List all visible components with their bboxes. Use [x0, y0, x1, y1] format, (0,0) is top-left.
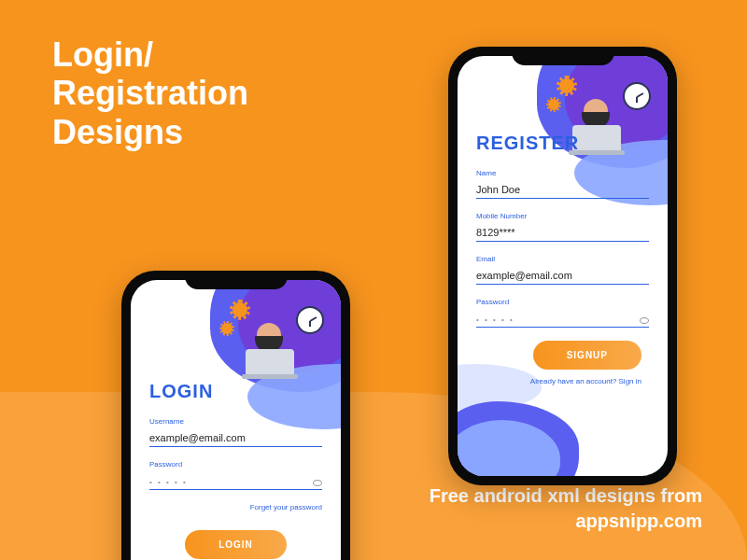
signin-link[interactable]: Already have an account? Sign in — [476, 377, 649, 385]
username-label: Username — [149, 417, 322, 426]
password-input[interactable] — [149, 475, 322, 490]
mobile-input[interactable] — [476, 224, 649, 242]
name-label: Name — [476, 169, 649, 177]
register-screen: REGISTER Name Mobile Number Email Passwo… — [458, 56, 668, 476]
login-screen: LOGIN Username Password Forget your pass… — [131, 280, 341, 560]
gear-icon — [559, 78, 574, 93]
hero-line-2: Registration — [52, 74, 248, 112]
password-label: Password — [149, 460, 322, 469]
illustration — [212, 297, 324, 381]
hero-title: Login/ Registration Designs — [52, 35, 248, 151]
laptop-icon — [246, 349, 294, 375]
phone-mockup-login: LOGIN Username Password Forget your pass… — [121, 271, 350, 560]
mobile-label: Mobile Number — [476, 212, 649, 220]
hero-line-1: Login/ — [52, 35, 248, 74]
clock-icon — [623, 82, 651, 110]
email-label: Email — [476, 255, 649, 263]
footer-line-1: Free android xml designs from — [430, 483, 702, 509]
footer-line-2: appsnipp.com — [430, 509, 702, 534]
login-button[interactable]: LOGIN — [185, 530, 287, 559]
username-input[interactable] — [149, 429, 322, 447]
gear-icon — [548, 99, 559, 110]
eye-icon[interactable] — [640, 317, 649, 324]
register-form: REGISTER Name Mobile Number Email Passwo… — [476, 133, 649, 385]
phone-mockup-register: REGISTER Name Mobile Number Email Passwo… — [448, 47, 677, 485]
name-input[interactable] — [476, 181, 649, 199]
signup-button[interactable]: SIGNUP — [533, 341, 641, 370]
register-title: REGISTER — [476, 133, 649, 154]
phone-notch — [512, 47, 614, 65]
hero-line-3: Designs — [52, 113, 248, 151]
phone-notch — [185, 271, 288, 289]
login-title: LOGIN — [149, 381, 322, 402]
eye-icon[interactable] — [313, 480, 322, 486]
gear-icon — [221, 323, 233, 334]
password-input[interactable] — [476, 313, 649, 328]
login-form: LOGIN Username Password Forget your pass… — [149, 381, 322, 560]
forgot-password-link[interactable]: Forget your password — [149, 503, 322, 511]
password-label: Password — [476, 298, 649, 306]
gear-icon — [233, 302, 247, 317]
email-input[interactable] — [476, 267, 649, 285]
footer-text: Free android xml designs from appsnipp.c… — [430, 483, 702, 534]
clock-icon — [296, 306, 324, 334]
